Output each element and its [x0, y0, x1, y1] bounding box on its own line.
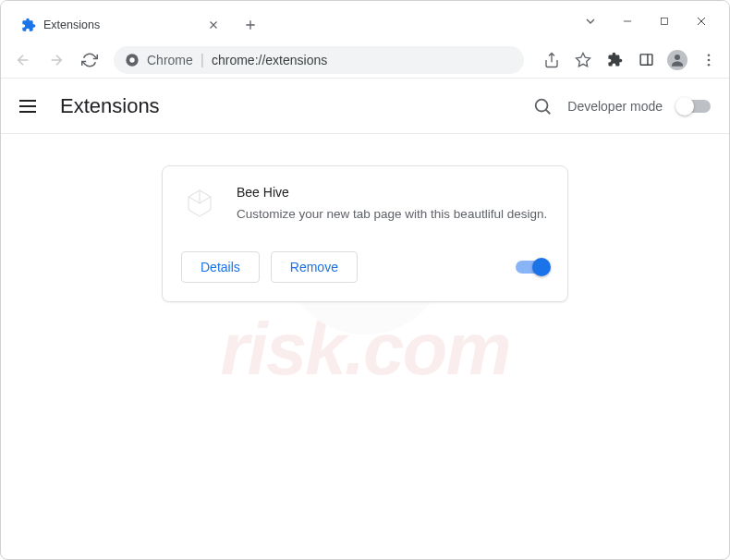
new-tab-button[interactable] [237, 12, 263, 38]
omnibox-scheme: Chrome [147, 53, 193, 67]
browser-tab[interactable]: Extensions [10, 8, 232, 42]
share-icon[interactable] [539, 47, 565, 73]
extensions-content: Bee Hive Customize your new tab page wit… [1, 134, 729, 302]
extensions-page-header: Extensions Developer mode [1, 79, 729, 134]
extension-description: Customize your new tab page with this be… [237, 205, 549, 224]
profile-avatar[interactable] [664, 47, 690, 73]
developer-mode-toggle[interactable] [677, 100, 711, 113]
svg-point-7 [708, 58, 711, 61]
extension-card: Bee Hive Customize your new tab page wit… [162, 165, 568, 302]
titlebar: Extensions [1, 1, 729, 42]
extension-icon [181, 185, 218, 222]
window-controls [581, 12, 729, 30]
forward-button[interactable] [42, 45, 71, 75]
page-title: Extensions [60, 94, 160, 118]
bookmark-star-icon[interactable] [570, 47, 596, 73]
omnibox[interactable]: Chrome | chrome://extensions [114, 46, 524, 74]
side-panel-icon[interactable] [633, 47, 659, 73]
svg-point-5 [675, 55, 680, 60]
close-window-button[interactable] [692, 12, 711, 30]
developer-mode-label: Developer mode [567, 99, 663, 114]
svg-point-9 [536, 99, 548, 111]
minimize-button[interactable] [618, 12, 637, 30]
omnibox-url: chrome://extensions [212, 53, 327, 67]
svg-point-8 [708, 63, 711, 66]
remove-button[interactable]: Remove [271, 251, 358, 283]
extension-enable-toggle[interactable] [516, 261, 549, 274]
svg-rect-3 [640, 55, 652, 65]
extensions-puzzle-icon[interactable] [602, 47, 627, 73]
svg-line-12 [189, 197, 200, 203]
details-button[interactable]: Details [181, 251, 260, 283]
chevron-down-icon[interactable] [581, 12, 600, 30]
maximize-button[interactable] [655, 12, 674, 30]
omnibox-divider: | [201, 52, 204, 68]
svg-point-2 [129, 57, 134, 62]
svg-rect-0 [662, 18, 668, 25]
svg-point-6 [708, 54, 711, 56]
hamburger-menu-icon[interactable] [19, 95, 42, 117]
toolbar-right [533, 47, 722, 73]
extension-puzzle-icon [21, 18, 36, 32]
svg-line-13 [200, 197, 211, 203]
chrome-icon [125, 53, 140, 67]
toolbar: Chrome | chrome://extensions [1, 42, 729, 79]
extension-name: Bee Hive [237, 185, 549, 200]
search-icon[interactable] [532, 96, 553, 116]
close-tab-icon[interactable] [206, 18, 221, 32]
reload-button[interactable] [75, 45, 104, 75]
back-button[interactable] [8, 45, 38, 75]
tab-title: Extensions [43, 18, 206, 31]
menu-dots-icon[interactable] [696, 47, 722, 73]
watermark-text: risk.com [220, 307, 509, 392]
